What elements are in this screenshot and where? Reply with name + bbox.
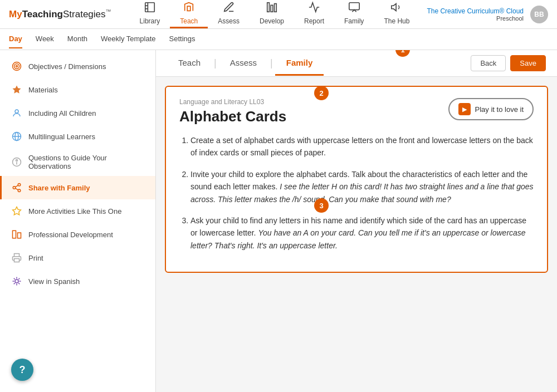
article-title: Alphabet Cards	[179, 108, 286, 125]
svg-marker-26	[13, 207, 21, 215]
sidebar-item-spanish[interactable]: View in Spanish	[0, 270, 155, 293]
svg-point-11	[14, 64, 19, 69]
share-icon	[11, 182, 23, 194]
svg-rect-7	[275, 3, 277, 12]
tab-assess[interactable]: Assess	[219, 51, 268, 76]
main-nav: Library Teach Assess Develop Report	[123, 0, 427, 28]
sidebar-item-professional[interactable]: Professional Development	[0, 223, 155, 246]
sidebar-label-including: Including All Children	[28, 109, 96, 117]
nav-label-develop: Develop	[260, 17, 284, 25]
article-step-3: Ask your child to find any letters in hi…	[190, 214, 534, 252]
subnav-item-week[interactable]: Week	[36, 30, 54, 48]
nav-label-teach: Teach	[180, 17, 198, 25]
subnav-item-weekly-template[interactable]: Weekly Template	[101, 30, 156, 48]
svg-point-14	[15, 110, 18, 113]
svg-marker-9	[392, 3, 396, 11]
svg-rect-28	[18, 233, 21, 238]
subnav-item-month[interactable]: Month	[67, 30, 87, 48]
svg-marker-13	[13, 86, 21, 94]
nav-label-report: Report	[304, 17, 324, 25]
sidebar-label-spanish: View in Spanish	[28, 277, 80, 286]
svg-rect-6	[271, 5, 273, 12]
svg-point-22	[13, 187, 16, 189]
develop-icon	[266, 1, 278, 16]
nav-label-library: Library	[140, 17, 160, 25]
sidebar-label-objectives: Objectives / Dimensions	[28, 62, 106, 71]
svg-point-23	[18, 189, 21, 192]
sidebar-label-multilingual: Multilingual Learners	[28, 133, 95, 141]
article-step-1: Create a set of alphabet cards with uppe…	[190, 134, 534, 159]
step-1-text: Create a set of alphabet cards with uppe…	[190, 136, 533, 157]
tab-divider-2: |	[268, 57, 275, 69]
article-tag: Language and Literacy LL03	[179, 98, 286, 106]
nav-item-develop[interactable]: Develop	[250, 0, 294, 28]
svg-point-30	[15, 280, 18, 283]
avatar[interactable]: BB	[530, 6, 548, 23]
article-header-left: Language and Literacy LL03 Alphabet Card…	[179, 98, 286, 134]
nav-label-family: Family	[344, 17, 364, 25]
back-button[interactable]: Back	[471, 55, 506, 71]
nav-item-thehub[interactable]: The Hub	[374, 0, 419, 28]
tab-family[interactable]: Family	[275, 51, 324, 76]
nav-item-report[interactable]: Report	[294, 0, 334, 28]
svg-line-24	[15, 188, 18, 190]
materials-icon	[11, 84, 23, 96]
sidebar-item-print[interactable]: Print	[0, 246, 155, 270]
including-icon	[11, 107, 23, 119]
svg-rect-8	[349, 2, 359, 9]
sidebar-label-share: Share with Family	[28, 184, 90, 192]
main-layout: Objectives / Dimensions Materials Includ…	[0, 50, 557, 392]
nav-item-library[interactable]: Library	[130, 0, 170, 28]
article-list: Create a set of alphabet cards with uppe…	[179, 134, 534, 252]
cloud-title: The Creative Curriculum® Cloud Preschool	[427, 7, 524, 22]
play-label: Play it to love it	[475, 105, 524, 114]
sidebar-item-share[interactable]: Share with Family	[0, 176, 155, 199]
tabs-actions: Back Save	[471, 55, 546, 71]
sidebar-item-including[interactable]: Including All Children	[0, 101, 155, 125]
sidebar-item-multilingual[interactable]: Multilingual Learners	[0, 125, 155, 148]
page-badge-3: 3	[314, 198, 329, 213]
logo: MyTeachingStrategies™	[9, 8, 111, 20]
thehub-icon	[390, 1, 403, 16]
sidebar-label-professional: Professional Development	[28, 231, 113, 239]
top-right: The Creative Curriculum® Cloud Preschool…	[427, 6, 548, 23]
library-icon	[144, 1, 156, 16]
teach-icon	[183, 1, 195, 16]
assess-icon	[223, 1, 235, 16]
article-step-2: Invite your child to explore the alphabe…	[190, 168, 534, 205]
sidebar-label-questions: Questions to Guide Your Observations	[28, 154, 146, 170]
svg-point-19	[16, 160, 18, 161]
page-badge-2: 2	[314, 86, 329, 100]
sidebar-label-print: Print	[28, 254, 43, 262]
save-button[interactable]: Save	[510, 55, 546, 71]
help-button[interactable]: ?	[11, 359, 33, 381]
play-button[interactable]: ▶ Play it to love it	[448, 98, 534, 120]
sidebar-item-questions[interactable]: Questions to Guide Your Observations	[0, 148, 155, 176]
top-nav: MyTeachingStrategies™ Library Teach Asse…	[0, 0, 557, 29]
tab-teach[interactable]: Teach	[167, 51, 212, 76]
svg-point-21	[18, 184, 21, 187]
sidebar-label-materials: Materials	[28, 86, 58, 94]
tab-divider-1: |	[212, 57, 219, 69]
family-icon	[348, 1, 360, 16]
print-icon	[11, 252, 23, 264]
nav-item-teach[interactable]: Teach	[170, 0, 208, 28]
sidebar-item-objectives[interactable]: Objectives / Dimensions	[0, 55, 155, 78]
nav-item-family[interactable]: Family	[334, 0, 374, 28]
svg-rect-5	[267, 2, 270, 12]
sidebar-item-materials[interactable]: Materials	[0, 78, 155, 101]
objectives-icon	[11, 60, 23, 72]
page-badge-1: 1	[395, 50, 410, 57]
sidebar-item-more[interactable]: More Activities Like This One	[0, 199, 155, 223]
article-header: Language and Literacy LL03 Alphabet Card…	[179, 98, 534, 134]
nav-item-assess[interactable]: Assess	[208, 0, 250, 28]
more-icon	[11, 205, 23, 217]
sidebar: Objectives / Dimensions Materials Includ…	[0, 50, 156, 392]
tabs-bar: 1 Teach | Assess | Family Back Save	[156, 50, 557, 77]
svg-rect-27	[13, 231, 16, 238]
svg-point-12	[16, 66, 18, 67]
spanish-icon	[11, 275, 23, 287]
subnav-item-settings[interactable]: Settings	[169, 30, 196, 48]
svg-line-25	[15, 185, 18, 187]
subnav-item-day[interactable]: Day	[9, 30, 22, 48]
